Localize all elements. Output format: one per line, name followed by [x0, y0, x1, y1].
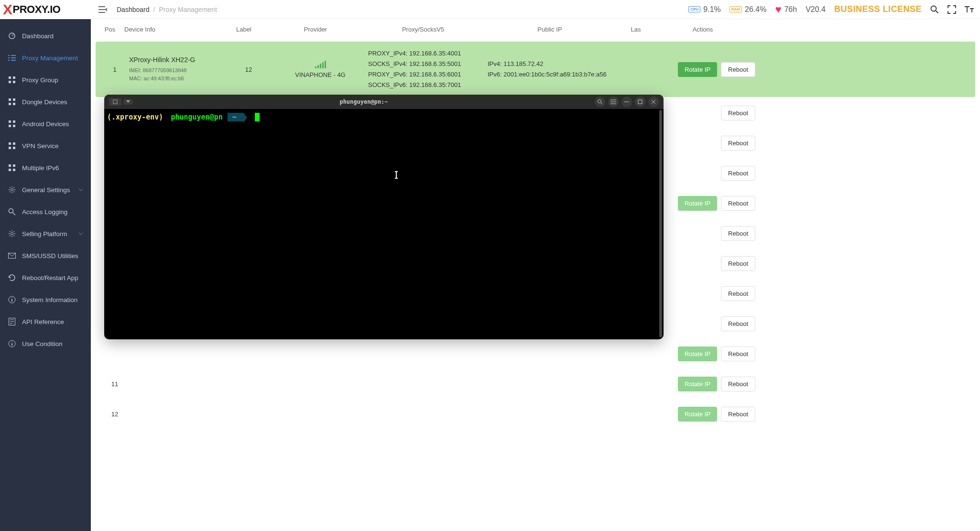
- grid-icon: [8, 119, 16, 128]
- svg-rect-3: [9, 81, 11, 83]
- reboot-button[interactable]: Reboot: [721, 286, 755, 301]
- heart-icon: ♥: [775, 3, 781, 16]
- reboot-button[interactable]: Reboot: [721, 407, 755, 422]
- version-label: V20.4: [806, 5, 826, 14]
- topbar: Dashboard / Proxy Management CPU 9.1% RA…: [91, 0, 980, 19]
- sidebar-item-dongle-devices[interactable]: Dongle Devices: [0, 91, 91, 113]
- th-label: Label: [220, 26, 268, 33]
- svg-rect-29: [113, 100, 117, 104]
- svg-rect-11: [9, 125, 11, 127]
- sidebar-item-multiple-ipv6[interactable]: Multiple IPv6: [0, 157, 91, 179]
- svg-point-21: [11, 189, 13, 191]
- signal-icon: [315, 61, 326, 68]
- sidebar-item-label: SMS/USSD Utilities: [22, 252, 78, 260]
- sidebar-item-api-reference[interactable]: API Reference: [0, 311, 91, 333]
- terminal-tab-button[interactable]: [109, 98, 121, 106]
- reboot-button[interactable]: Reboot: [721, 136, 755, 151]
- sidebar-item-label: Use Condition: [22, 340, 63, 347]
- menu-toggle-icon[interactable]: [97, 4, 109, 15]
- doc-icon: [8, 317, 16, 326]
- grid-icon: [8, 98, 16, 106]
- refresh-icon: [8, 273, 16, 282]
- th-pubip: Public IP: [483, 26, 617, 33]
- th-provider: Provider: [268, 26, 363, 33]
- cpu-value: 9.1%: [703, 5, 720, 14]
- svg-rect-9: [9, 120, 11, 123]
- cell-pos: 1: [100, 66, 129, 73]
- sidebar-item-label: Proxy Management: [22, 54, 78, 62]
- sidebar-item-dashboard[interactable]: Dashboard: [0, 25, 91, 47]
- reboot-button[interactable]: Reboot: [721, 256, 755, 271]
- sidebar-item-system-information[interactable]: System Information: [0, 289, 91, 311]
- rotate-ip-button[interactable]: Rotate IP: [678, 347, 717, 361]
- svg-rect-14: [13, 142, 15, 145]
- sidebar-item-vpn-service[interactable]: VPN Service: [0, 135, 91, 157]
- sidebar-item-proxy-group[interactable]: Proxy Group: [0, 69, 91, 91]
- terminal-scrollbar[interactable]: [659, 110, 662, 337]
- ram-value: 26.4%: [745, 5, 766, 14]
- terminal-userhost: phunguyen@pn: [171, 113, 222, 121]
- nav-list: DashboardProxy ManagementProxy GroupDong…: [0, 19, 91, 355]
- rotate-ip-button[interactable]: Rotate IP: [678, 62, 717, 77]
- table-row: 11 Rotate IPReboot: [96, 370, 975, 398]
- license-label: BUSINESS LICENSE: [834, 4, 922, 14]
- ram-stat: RAM 26.4%: [730, 5, 767, 14]
- sidebar-item-access-logging[interactable]: Access Logging: [0, 201, 91, 223]
- cpu-icon: CPU: [688, 6, 700, 12]
- sidebar-item-reboot-restart-app[interactable]: Reboot/Restart App: [0, 267, 91, 289]
- cell-actions: Rotate IPReboot: [660, 62, 755, 77]
- sidebar-item-sms-ussd-utilities[interactable]: SMS/USSD Utilities: [0, 245, 91, 267]
- svg-rect-13: [9, 142, 11, 145]
- uptime-stat: ♥ 76h: [775, 3, 797, 16]
- logo: XPROXY.IO: [0, 0, 91, 19]
- fullscreen-icon[interactable]: [947, 5, 956, 14]
- terminal-body[interactable]: (.xproxy-env) phunguyen@pn ~: [104, 109, 664, 125]
- mail-icon: [8, 251, 16, 260]
- reboot-button[interactable]: Reboot: [721, 62, 755, 77]
- sidebar-item-label: Dongle Devices: [22, 98, 67, 106]
- terminal-menu-icon[interactable]: [608, 97, 619, 107]
- cell-actions: Reboot: [660, 286, 755, 301]
- sidebar-item-use-condition[interactable]: Use Condition: [0, 333, 91, 355]
- grid-icon: [8, 163, 16, 172]
- terminal-close-icon[interactable]: [648, 97, 659, 107]
- svg-point-30: [598, 100, 601, 103]
- search-icon[interactable]: [930, 5, 939, 14]
- text-size-icon[interactable]: [965, 6, 974, 13]
- cell-proxy: PROXY_IPv4: 192.168.6.35:4001SOCKS_IPv4:…: [368, 48, 488, 90]
- sidebar-item-general-settings[interactable]: General Settings: [0, 179, 91, 201]
- terminal-window[interactable]: phunguyen@pn:~ (.xproxy-env) phunguyen@p…: [104, 95, 664, 339]
- svg-rect-19: [9, 169, 11, 171]
- cell-actions: Rotate IPReboot: [660, 407, 755, 422]
- svg-rect-1: [9, 76, 11, 79]
- reboot-button[interactable]: Reboot: [721, 106, 755, 120]
- terminal-maximize-icon[interactable]: [635, 97, 645, 107]
- cell-actions: Reboot: [660, 166, 755, 181]
- terminal-titlebar[interactable]: phunguyen@pn:~: [104, 95, 664, 109]
- reboot-button[interactable]: Reboot: [721, 226, 755, 241]
- gear-icon: [8, 185, 16, 194]
- cell-label: 12: [225, 66, 272, 73]
- breadcrumb-current: Proxy Management: [159, 6, 217, 13]
- terminal-search-icon[interactable]: [595, 97, 605, 107]
- cell-actions: Reboot: [660, 106, 755, 120]
- sidebar-item-selling-platform[interactable]: Selling Platform: [0, 223, 91, 245]
- breadcrumb-root[interactable]: Dashboard: [117, 6, 150, 13]
- terminal-tab-dropdown[interactable]: [123, 99, 133, 105]
- sidebar-item-android-devices[interactable]: Android Devices: [0, 113, 91, 135]
- reboot-button[interactable]: Reboot: [721, 196, 755, 211]
- cell-provider: VINAPHONE - 4G: [272, 61, 368, 78]
- terminal-minimize-icon[interactable]: [621, 97, 632, 107]
- reboot-button[interactable]: Reboot: [721, 347, 755, 361]
- reboot-button[interactable]: Reboot: [721, 316, 755, 331]
- rotate-ip-button[interactable]: Rotate IP: [678, 377, 717, 391]
- rotate-ip-button[interactable]: Rotate IP: [678, 407, 717, 422]
- reboot-button[interactable]: Reboot: [721, 377, 755, 391]
- cell-pubip: IPv4: 113.185.72.42IPv6: 2001:ee0:1b0c:5…: [488, 59, 621, 80]
- cell-pos: 11: [100, 380, 129, 388]
- table-row: 1 XProxy-Hilink XH22-GIMEI: 868777059613…: [96, 42, 975, 97]
- reboot-button[interactable]: Reboot: [721, 166, 755, 181]
- table-row: Rotate IPReboot: [96, 340, 975, 368]
- sidebar-item-proxy-management[interactable]: Proxy Management: [0, 47, 91, 69]
- rotate-ip-button[interactable]: Rotate IP: [678, 196, 717, 211]
